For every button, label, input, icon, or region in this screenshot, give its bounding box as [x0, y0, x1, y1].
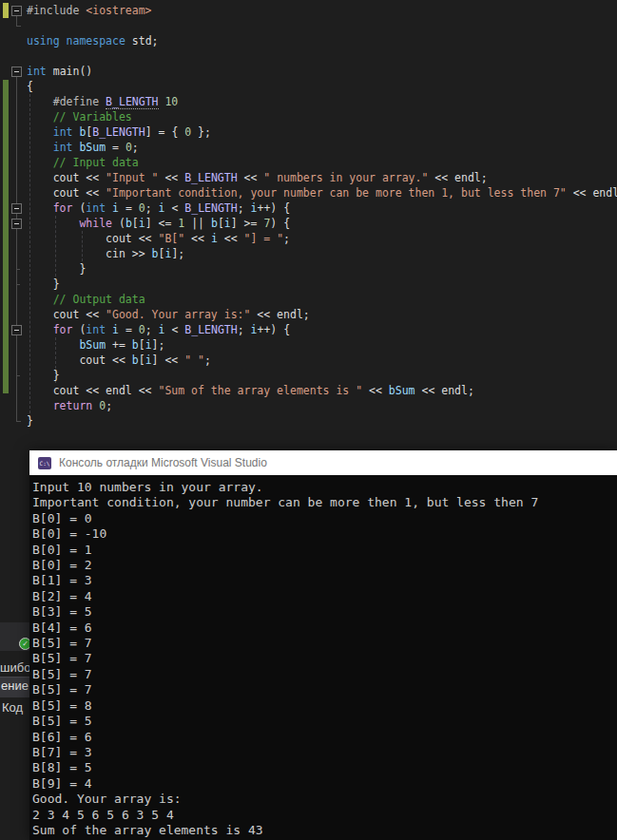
code-line: using namespace std;	[27, 33, 617, 48]
code-token-ctrl: for	[27, 201, 72, 215]
code-line: cin >> b[i];	[27, 246, 617, 261]
console-line: 2 3 4 5 6 5 6 3 5 4	[32, 808, 617, 823]
code-token-kw: namespace	[67, 34, 125, 48]
code-area[interactable]: #include <iostream>using namespace std;i…	[27, 3, 617, 429]
code-token-pl: (	[72, 323, 86, 336]
code-column-header-fragment[interactable]: Код	[2, 700, 23, 715]
code-token-pl	[106, 201, 112, 215]
fold-marker-icon[interactable]	[11, 203, 22, 214]
code-token-str: <iostream>	[86, 4, 151, 17]
code-token-pl: {	[27, 80, 33, 93]
code-token-pl: ] >=	[231, 217, 264, 230]
code-line: cout << "Input " << B_LENGTH << " number…	[27, 170, 617, 185]
fold-marker-icon[interactable]	[11, 325, 22, 335]
code-token-pl: <	[165, 201, 185, 215]
code-token-pl: ++) {	[257, 323, 290, 336]
fold-guide-corner	[16, 269, 20, 270]
code-token-var: b	[125, 217, 132, 230]
code-line: // Variables	[27, 109, 617, 124]
code-token-kw: int	[86, 323, 106, 336]
code-token-pl: =	[119, 323, 139, 336]
fold-marker-icon[interactable]	[11, 6, 22, 16]
code-token-var: i	[145, 353, 152, 367]
console-line: B[2] = 4	[32, 589, 617, 604]
code-line: cout << "Good. Your array is:" << endl;	[27, 307, 617, 322]
code-token-pl: std;	[125, 34, 159, 48]
code-token-pl: <<	[158, 171, 184, 184]
fold-marker-icon[interactable]	[11, 67, 22, 77]
error-list-panel-fragment: ✓ шибок ение Код	[0, 450, 29, 840]
code-token-var: bSum	[79, 141, 106, 154]
code-token-pl: <	[165, 323, 185, 336]
code-token-pl: cout <<	[27, 232, 158, 245]
change-bar-unsaved	[3, 3, 9, 18]
code-token-var: i	[224, 217, 231, 230]
fold-marker-icon[interactable]	[11, 219, 22, 229]
code-line: cout << endl << "Sum of the array elemen…	[27, 383, 617, 398]
code-token-str: "Input "	[106, 171, 158, 184]
code-token-pl: << endl;	[428, 171, 487, 184]
console-title-bar[interactable]: C:\ Консоль отладки Microsoft Visual Stu…	[29, 450, 617, 475]
code-token-pl: cout <<	[27, 308, 106, 321]
code-token-pp: #define	[53, 95, 99, 108]
console-line: B[5] = 7	[32, 667, 617, 682]
code-token-str: "Good. Your array is:"	[106, 308, 250, 321]
code-token-pl: };	[191, 125, 211, 139]
code-token-num: 0	[139, 323, 145, 336]
console-line: Input 10 numbers in your array.	[32, 480, 617, 495]
console-output[interactable]: Input 10 numbers in your array.Important…	[29, 475, 617, 840]
code-token-str: " numbers in your array."	[263, 171, 428, 184]
code-token-kw: using	[27, 34, 60, 48]
code-line: int b[B_LENGTH] = { 0 };	[27, 124, 617, 140]
code-token-var: bSum	[79, 338, 106, 352]
code-token-str: "Sum of the array elements is "	[158, 384, 362, 397]
console-line: B[0] = -10	[32, 526, 617, 542]
code-token-pl: ;	[238, 201, 251, 215]
code-token-pl	[106, 323, 112, 336]
code-token-ctrl: while	[27, 217, 112, 230]
code-token-macro: B_LENGTH	[184, 201, 237, 215]
code-token-var: i	[139, 217, 145, 230]
code-token-pl: cout << endl <<	[27, 384, 158, 397]
code-token-pl: <<	[184, 232, 211, 245]
code-token-pl: ||	[184, 217, 211, 230]
code-token-pl: ];	[171, 247, 184, 260]
code-token-pl: cout <<	[27, 171, 106, 184]
code-line: }	[27, 413, 617, 429]
code-token-pl: }	[27, 262, 86, 276]
code-token-num: 10	[164, 95, 178, 108]
console-window-title: Консоль отладки Microsoft Visual Studio	[59, 456, 267, 469]
console-line: B[6] = 6	[32, 730, 617, 745]
cmd-console-icon: C:\	[38, 457, 51, 469]
console-line: B[5] = 7	[32, 682, 617, 697]
code-token-pl: cout <<	[27, 353, 132, 367]
code-token-pl: ) {	[270, 217, 290, 230]
debug-console-window: C:\ Консоль отладки Microsoft Visual Stu…	[29, 450, 617, 840]
code-token-pl: ] <<	[152, 353, 185, 367]
console-line: B[5] = 7	[32, 651, 617, 666]
code-token-pl: ];	[152, 338, 165, 352]
console-line: B[9] = 4	[32, 776, 617, 792]
code-line: #include <iostream>	[27, 3, 617, 18]
code-token-macro: B_LENGTH	[184, 171, 237, 184]
change-bar-saved	[3, 80, 9, 393]
code-token-num: 0	[139, 201, 145, 215]
fold-guide-line	[16, 16, 17, 26]
code-token-pl: ;	[283, 232, 290, 245]
code-line: #define B_LENGTH 10	[27, 94, 617, 109]
code-editor[interactable]: #include <iostream>using namespace std;i…	[0, 0, 617, 450]
code-token-pl: ;	[145, 201, 159, 215]
console-line: B[4] = 6	[32, 620, 617, 636]
code-token-pl: << endl;	[567, 186, 617, 200]
code-line: bSum += b[i];	[27, 337, 617, 353]
code-token-num: 0	[125, 141, 132, 154]
code-token-pl: ;	[204, 353, 211, 367]
code-token-var: i	[145, 338, 152, 352]
code-token-pl: [	[218, 217, 224, 230]
code-token-com: // Variables	[27, 110, 132, 124]
solution-dropdown-label-fragment[interactable]: ение	[1, 678, 29, 693]
code-line: while (b[i] <= 1 || b[i] >= 7) {	[27, 216, 617, 231]
fold-guide-line	[16, 77, 17, 421]
code-token-pl: <<	[238, 171, 264, 184]
code-token-kw: int	[86, 201, 106, 215]
